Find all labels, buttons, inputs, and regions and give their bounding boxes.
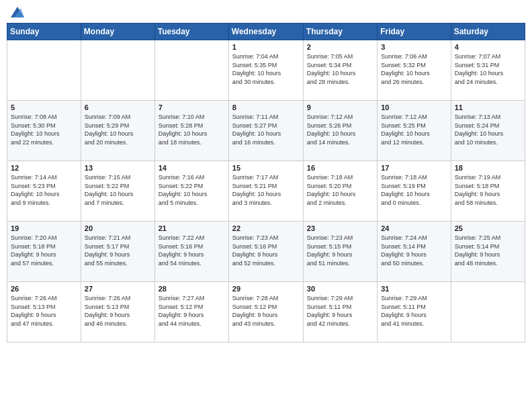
day-cell: 4Sunrise: 7:07 AM Sunset: 5:31 PM Daylig… xyxy=(451,40,525,101)
weekday-friday: Friday xyxy=(378,24,451,40)
weekday-header-row: SundayMondayTuesdayWednesdayThursdayFrid… xyxy=(7,24,525,40)
day-number: 17 xyxy=(381,164,447,172)
day-cell: 11Sunrise: 7:13 AM Sunset: 5:24 PM Dayli… xyxy=(451,101,525,161)
day-cell xyxy=(154,40,228,101)
day-number: 1 xyxy=(232,43,300,51)
day-cell: 22Sunrise: 7:23 AM Sunset: 5:16 PM Dayli… xyxy=(228,222,303,282)
day-cell: 19Sunrise: 7:20 AM Sunset: 5:18 PM Dayli… xyxy=(7,222,81,282)
day-cell: 15Sunrise: 7:17 AM Sunset: 5:21 PM Dayli… xyxy=(228,161,303,222)
day-content: Sunrise: 7:14 AM Sunset: 5:23 PM Dayligh… xyxy=(11,173,77,207)
day-cell: 2Sunrise: 7:05 AM Sunset: 5:34 PM Daylig… xyxy=(303,40,377,101)
day-cell: 8Sunrise: 7:11 AM Sunset: 5:27 PM Daylig… xyxy=(228,101,303,161)
day-number: 16 xyxy=(307,164,373,172)
day-number: 20 xyxy=(85,224,151,232)
day-cell xyxy=(7,40,81,101)
day-content: Sunrise: 7:04 AM Sunset: 5:35 PM Dayligh… xyxy=(232,52,300,86)
day-content: Sunrise: 7:05 AM Sunset: 5:34 PM Dayligh… xyxy=(307,52,373,86)
day-cell: 26Sunrise: 7:26 AM Sunset: 5:13 PM Dayli… xyxy=(7,282,81,342)
day-content: Sunrise: 7:20 AM Sunset: 5:18 PM Dayligh… xyxy=(11,234,77,267)
day-number: 23 xyxy=(307,224,373,232)
weekday-tuesday: Tuesday xyxy=(154,24,228,40)
day-content: Sunrise: 7:07 AM Sunset: 5:31 PM Dayligh… xyxy=(455,52,521,86)
header xyxy=(7,7,525,17)
day-cell: 21Sunrise: 7:22 AM Sunset: 5:16 PM Dayli… xyxy=(154,222,228,282)
day-number: 10 xyxy=(381,103,447,111)
day-cell: 5Sunrise: 7:08 AM Sunset: 5:30 PM Daylig… xyxy=(7,101,81,161)
day-content: Sunrise: 7:19 AM Sunset: 5:18 PM Dayligh… xyxy=(455,173,521,207)
day-cell: 13Sunrise: 7:15 AM Sunset: 5:22 PM Dayli… xyxy=(81,161,154,222)
week-row-3: 12Sunrise: 7:14 AM Sunset: 5:23 PM Dayli… xyxy=(7,161,525,222)
week-row-5: 26Sunrise: 7:26 AM Sunset: 5:13 PM Dayli… xyxy=(7,282,525,342)
day-cell: 3Sunrise: 7:06 AM Sunset: 5:32 PM Daylig… xyxy=(378,40,451,101)
day-content: Sunrise: 7:09 AM Sunset: 5:29 PM Dayligh… xyxy=(85,113,151,146)
day-number: 7 xyxy=(159,103,225,111)
day-cell: 23Sunrise: 7:23 AM Sunset: 5:15 PM Dayli… xyxy=(303,222,377,282)
day-cell xyxy=(81,40,154,101)
day-content: Sunrise: 7:25 AM Sunset: 5:14 PM Dayligh… xyxy=(455,234,521,267)
day-content: Sunrise: 7:15 AM Sunset: 5:22 PM Dayligh… xyxy=(85,173,151,207)
day-cell: 31Sunrise: 7:29 AM Sunset: 5:11 PM Dayli… xyxy=(378,282,451,342)
day-content: Sunrise: 7:22 AM Sunset: 5:16 PM Dayligh… xyxy=(159,234,225,267)
day-number: 12 xyxy=(11,164,77,172)
day-content: Sunrise: 7:24 AM Sunset: 5:14 PM Dayligh… xyxy=(381,234,447,267)
day-content: Sunrise: 7:17 AM Sunset: 5:21 PM Dayligh… xyxy=(232,173,300,207)
day-content: Sunrise: 7:12 AM Sunset: 5:25 PM Dayligh… xyxy=(381,113,447,146)
day-content: Sunrise: 7:21 AM Sunset: 5:17 PM Dayligh… xyxy=(85,234,151,267)
weekday-sunday: Sunday xyxy=(7,24,81,40)
logo xyxy=(9,7,24,17)
day-cell: 29Sunrise: 7:28 AM Sunset: 5:12 PM Dayli… xyxy=(228,282,303,342)
day-cell: 28Sunrise: 7:27 AM Sunset: 5:12 PM Dayli… xyxy=(154,282,228,342)
day-content: Sunrise: 7:23 AM Sunset: 5:15 PM Dayligh… xyxy=(307,234,373,267)
day-number: 8 xyxy=(232,103,300,111)
day-number: 22 xyxy=(232,224,300,232)
day-number: 29 xyxy=(232,285,300,293)
weekday-wednesday: Wednesday xyxy=(228,24,303,40)
day-content: Sunrise: 7:11 AM Sunset: 5:27 PM Dayligh… xyxy=(232,113,300,146)
day-cell xyxy=(451,282,525,342)
calendar: SundayMondayTuesdayWednesdayThursdayFrid… xyxy=(7,23,525,342)
day-cell: 7Sunrise: 7:10 AM Sunset: 5:28 PM Daylig… xyxy=(154,101,228,161)
day-number: 5 xyxy=(11,103,77,111)
day-number: 26 xyxy=(11,285,77,293)
day-cell: 10Sunrise: 7:12 AM Sunset: 5:25 PM Dayli… xyxy=(378,101,451,161)
week-row-1: 1Sunrise: 7:04 AM Sunset: 5:35 PM Daylig… xyxy=(7,40,525,101)
weekday-thursday: Thursday xyxy=(303,24,377,40)
logo-icon xyxy=(11,7,24,17)
day-content: Sunrise: 7:08 AM Sunset: 5:30 PM Dayligh… xyxy=(11,113,77,146)
page: SundayMondayTuesdayWednesdayThursdayFrid… xyxy=(0,0,532,349)
day-cell: 27Sunrise: 7:26 AM Sunset: 5:13 PM Dayli… xyxy=(81,282,154,342)
day-number: 14 xyxy=(159,164,225,172)
day-content: Sunrise: 7:29 AM Sunset: 5:11 PM Dayligh… xyxy=(307,294,373,328)
day-number: 25 xyxy=(455,224,521,232)
day-cell: 18Sunrise: 7:19 AM Sunset: 5:18 PM Dayli… xyxy=(451,161,525,222)
day-number: 11 xyxy=(455,103,521,111)
day-content: Sunrise: 7:12 AM Sunset: 5:26 PM Dayligh… xyxy=(307,113,373,146)
day-number: 19 xyxy=(11,224,77,232)
day-number: 2 xyxy=(307,43,373,51)
day-content: Sunrise: 7:06 AM Sunset: 5:32 PM Dayligh… xyxy=(381,52,447,86)
day-cell: 20Sunrise: 7:21 AM Sunset: 5:17 PM Dayli… xyxy=(81,222,154,282)
day-content: Sunrise: 7:27 AM Sunset: 5:12 PM Dayligh… xyxy=(159,294,225,328)
day-number: 13 xyxy=(85,164,151,172)
day-number: 6 xyxy=(85,103,151,111)
day-number: 3 xyxy=(381,43,447,51)
day-number: 9 xyxy=(307,103,373,111)
day-number: 27 xyxy=(85,285,151,293)
weekday-saturday: Saturday xyxy=(451,24,525,40)
day-cell: 17Sunrise: 7:18 AM Sunset: 5:19 PM Dayli… xyxy=(378,161,451,222)
day-cell: 16Sunrise: 7:18 AM Sunset: 5:20 PM Dayli… xyxy=(303,161,377,222)
day-cell: 1Sunrise: 7:04 AM Sunset: 5:35 PM Daylig… xyxy=(228,40,303,101)
week-row-2: 5Sunrise: 7:08 AM Sunset: 5:30 PM Daylig… xyxy=(7,101,525,161)
day-content: Sunrise: 7:26 AM Sunset: 5:13 PM Dayligh… xyxy=(85,294,151,328)
day-cell: 6Sunrise: 7:09 AM Sunset: 5:29 PM Daylig… xyxy=(81,101,154,161)
day-number: 31 xyxy=(381,285,447,293)
day-number: 4 xyxy=(455,43,521,51)
day-cell: 30Sunrise: 7:29 AM Sunset: 5:11 PM Dayli… xyxy=(303,282,377,342)
day-content: Sunrise: 7:18 AM Sunset: 5:20 PM Dayligh… xyxy=(307,173,373,207)
day-content: Sunrise: 7:13 AM Sunset: 5:24 PM Dayligh… xyxy=(455,113,521,146)
day-number: 24 xyxy=(381,224,447,232)
day-number: 21 xyxy=(159,224,225,232)
day-content: Sunrise: 7:10 AM Sunset: 5:28 PM Dayligh… xyxy=(159,113,225,146)
day-cell: 9Sunrise: 7:12 AM Sunset: 5:26 PM Daylig… xyxy=(303,101,377,161)
day-content: Sunrise: 7:28 AM Sunset: 5:12 PM Dayligh… xyxy=(232,294,300,328)
